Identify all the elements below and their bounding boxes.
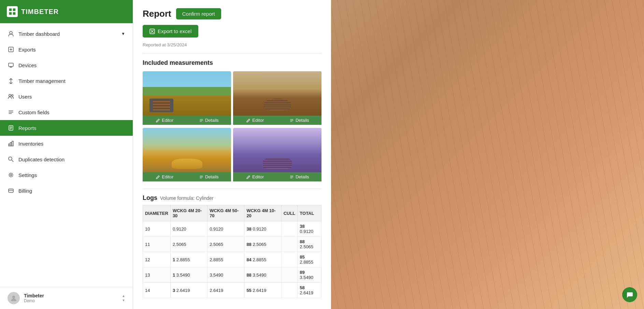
- sidebar-item-label: Settings: [18, 172, 37, 178]
- measurement-item-2: Editor Details: [233, 71, 321, 126]
- editor-button-3[interactable]: Editor: [143, 172, 187, 181]
- devices-icon: [8, 62, 14, 69]
- svg-rect-3: [13, 12, 16, 15]
- svg-rect-10: [9, 144, 10, 146]
- cell-cull: [281, 267, 298, 283]
- editor-label-3: Editor: [162, 174, 173, 179]
- chat-bubble-button[interactable]: [622, 287, 637, 302]
- svg-point-7: [9, 94, 11, 97]
- editor-button-1[interactable]: Editor: [143, 116, 187, 125]
- details-label-4: Details: [296, 174, 309, 179]
- table-row: 11 2.5065 2.5065 88 2.5065 88 2.5065: [143, 237, 321, 252]
- col-wckg-10-20: WCKG 4M 10-20: [244, 205, 281, 221]
- editor-button-4[interactable]: Editor: [233, 172, 277, 181]
- export-to-excel-button[interactable]: Export to excel: [143, 25, 198, 38]
- sidebar-item-users[interactable]: Users: [0, 89, 133, 104]
- table-row: 12 1 2.8855 2.8855 84 2.8855 85 2.8855: [143, 252, 321, 267]
- cell-wckg-50-70: 0.9120: [207, 221, 244, 237]
- user-info: Timbeter Demo: [24, 293, 118, 303]
- logs-table-body: 10 0.9120 0.9120 38 0.9120 38 0.9120 11 …: [143, 221, 321, 298]
- cell-total: 38 0.9120: [298, 221, 321, 237]
- sidebar-item-label: Exports: [18, 47, 36, 53]
- measurement-item-3: Editor Details: [143, 128, 231, 182]
- details-button-3[interactable]: Details: [187, 172, 231, 181]
- logs-table-header-row: DIAMETER WCKG 4M 20-30 WCKG 4M 50-70 WCK…: [143, 205, 321, 221]
- sidebar-item-timber-dashboard[interactable]: Timber dashboard ▼: [0, 26, 133, 42]
- sidebar-item-label: Users: [18, 94, 32, 100]
- col-diameter: DIAMETER: [143, 205, 171, 221]
- user-profile[interactable]: Timbeter Demo ▲ ▼: [0, 287, 133, 309]
- cell-wckg-50-70: 2.5065: [207, 237, 244, 252]
- measurement-actions-1: Editor Details: [143, 116, 231, 125]
- logs-table-head: DIAMETER WCKG 4M 20-30 WCKG 4M 50-70 WCK…: [143, 205, 321, 221]
- custom-fields-icon: [8, 109, 14, 116]
- col-cull: CULL: [281, 205, 298, 221]
- table-row: 10 0.9120 0.9120 38 0.9120 38 0.9120: [143, 221, 321, 237]
- logo-bar: TIMBETER: [0, 0, 133, 23]
- details-button-2[interactable]: Details: [277, 116, 322, 125]
- report-title: Report: [143, 9, 171, 19]
- logs-table: DIAMETER WCKG 4M 20-30 WCKG 4M 50-70 WCK…: [143, 205, 321, 298]
- cell-cull: [281, 221, 298, 237]
- report-header: Report Confirm report: [143, 8, 321, 19]
- svg-rect-2: [9, 12, 12, 15]
- cell-wckg-10-20: 55 2.6419: [244, 283, 281, 298]
- chevron-icon: ▼: [121, 31, 125, 36]
- sidebar-item-label: Inventories: [18, 141, 43, 147]
- col-wckg-20-30: WCKG 4M 20-30: [170, 205, 207, 221]
- measurement-actions-2: Editor Details: [233, 116, 321, 125]
- user-role: Demo: [24, 298, 118, 303]
- col-total: TOTAL: [298, 205, 321, 221]
- measurement-item-4: Editor Details: [233, 128, 321, 182]
- measurement-actions-4: Editor Details: [233, 172, 321, 181]
- user-name: Timbeter: [24, 293, 118, 298]
- sidebar-item-custom-fields[interactable]: Custom fields: [0, 104, 133, 120]
- cell-wckg-20-30: 1 2.8855: [170, 252, 207, 267]
- sidebar-item-label: Timber dashboard: [18, 31, 60, 37]
- cell-wckg-10-20: 88 3.5490: [244, 267, 281, 283]
- svg-rect-0: [9, 8, 12, 11]
- duplicates-detection-icon: [8, 156, 14, 163]
- cell-wckg-50-70: 2.8855: [207, 252, 244, 267]
- sidebar-item-devices[interactable]: Devices: [0, 57, 133, 73]
- sidebar-item-label: Custom fields: [18, 109, 49, 115]
- svg-rect-1: [13, 8, 16, 11]
- details-button-4[interactable]: Details: [277, 172, 322, 181]
- sidebar-item-label: Reports: [18, 125, 37, 131]
- confirm-report-button[interactable]: Confirm report: [176, 8, 221, 19]
- sidebar-item-settings[interactable]: Settings: [0, 167, 133, 183]
- logs-title: Logs: [143, 194, 157, 202]
- col-wckg-50-70: WCKG 4M 50-70: [207, 205, 244, 221]
- sidebar-item-reports[interactable]: Reports: [0, 120, 133, 136]
- cell-wckg-20-30: 0.9120: [170, 221, 207, 237]
- cell-cull: [281, 237, 298, 252]
- sidebar-nav: Timber dashboard ▼ Exports Devices Timbe…: [0, 23, 133, 287]
- exports-icon: [8, 46, 14, 53]
- sidebar-item-duplicates-detection[interactable]: Duplicates detection: [0, 151, 133, 167]
- details-button-1[interactable]: Details: [187, 116, 231, 125]
- details-label-2: Details: [296, 118, 309, 123]
- users-icon: [8, 93, 14, 100]
- avatar: [8, 292, 20, 304]
- settings-icon: [8, 172, 14, 178]
- svg-rect-15: [9, 189, 13, 192]
- details-label-3: Details: [205, 174, 219, 179]
- sidebar-item-label: Billing: [18, 188, 32, 194]
- sidebar-item-billing[interactable]: Billing: [0, 183, 133, 198]
- logs-subtitle: Volume formula: Cylinder: [160, 195, 213, 201]
- details-label-1: Details: [205, 118, 219, 123]
- cell-diameter: 14: [143, 283, 171, 298]
- sidebar-item-timber-management[interactable]: Timber management: [0, 73, 133, 89]
- report-card: Report Confirm report Export to excel Re…: [133, 0, 331, 309]
- sidebar-item-inventories[interactable]: Inventories: [0, 136, 133, 151]
- user-expand-chevrons: ▲ ▼: [122, 294, 125, 302]
- editor-label-4: Editor: [252, 174, 264, 179]
- cell-cull: [281, 283, 298, 298]
- svg-point-4: [10, 31, 12, 34]
- svg-point-8: [12, 95, 13, 97]
- editor-button-2[interactable]: Editor: [233, 116, 277, 125]
- cell-cull: [281, 252, 298, 267]
- cell-diameter: 13: [143, 267, 171, 283]
- sidebar-item-exports[interactable]: Exports: [0, 42, 133, 57]
- cell-wckg-10-20: 84 2.8855: [244, 252, 281, 267]
